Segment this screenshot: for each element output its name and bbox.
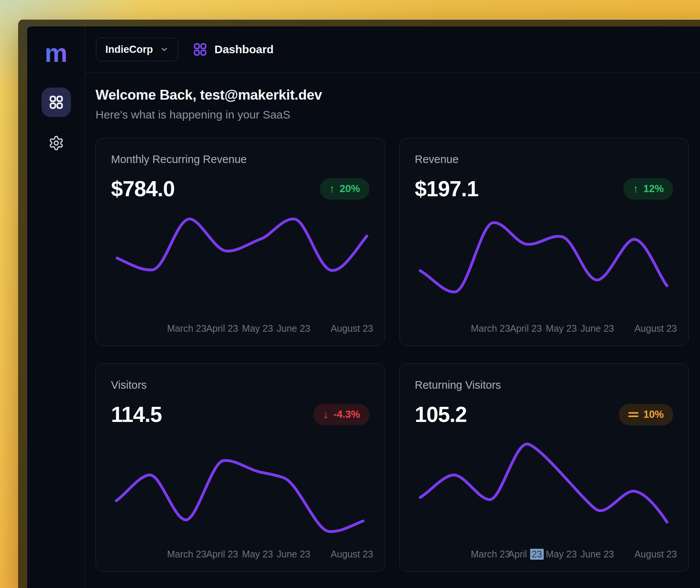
team-name: IndieCorp [105,44,153,55]
desktop: { "sidebar": { "logo_text": "m", "items"… [0,0,700,588]
x-tick: March 23 [167,549,206,560]
card-title: Revenue [415,153,674,166]
trend-badge: 10% [619,404,673,425]
value-row: $197.1 ↑ 12% [415,176,674,201]
badge-label: 10% [643,409,664,420]
card-title: Returning Visitors [415,379,674,391]
value-row: 114.5 ↓ -4.3% [111,402,370,427]
main-area: IndieCorp Dashboard Welcome Bac [85,26,700,588]
app-root: m [27,26,700,588]
x-axis-labels: March 23 April 23 May 23 June 23 August … [111,323,370,336]
arrow-up-icon: ↑ [329,183,335,194]
x-tick: May 23 [546,549,577,560]
sidebar-item-settings[interactable] [42,128,71,158]
badge-label: 12% [643,183,664,195]
x-axis-labels: March 23 April 23 May 23 June 23 August … [415,323,674,336]
arrow-up-icon: ↑ [633,183,638,194]
selected-text: 23 [530,549,544,560]
chart-line [117,219,367,270]
x-tick: March 23 [471,549,510,560]
topbar: IndieCorp Dashboard [85,26,700,73]
page-title: Dashboard [214,43,274,56]
x-tick: June 23 [580,549,614,560]
dashboard-content: Welcome Back, test@makerkit.dev Here's w… [85,73,700,572]
x-tick: August 23 [634,549,677,560]
x-tick: April 23 [206,323,238,334]
x-tick: May 23 [546,323,577,334]
app-window: m [18,19,700,588]
line-chart: March 23 April 23 May 23 June 23 August … [111,437,370,562]
metric-card-returning-visitors: Returning Visitors 105.2 10% [399,363,689,572]
line-chart: March 23 April 23 May 23 June 23 August … [111,211,370,336]
x-tick: April 23 [510,323,542,334]
card-value: 114.5 [111,402,162,427]
value-row: $784.0 ↑ 20% [111,176,370,201]
x-axis-labels: March 23 April 23 May 23 June 23 August … [111,549,370,562]
chart-line [420,223,667,292]
card-value: $784.0 [111,176,174,201]
x-tick: August 23 [331,549,373,560]
line-chart: March 23 April 23 May 23 June 23 August … [415,211,674,336]
card-value: 105.2 [415,402,467,427]
metric-card-visitors: Visitors 114.5 ↓ -4.3% [96,363,385,572]
chart-canvas [415,211,674,318]
arrow-down-icon: ↓ [323,409,328,420]
x-tick-april: April 23 [508,549,544,560]
card-title: Monthly Recurring Revenue [111,153,370,166]
x-axis-labels: March 23 April 23 May 23 June 23 August … [415,549,674,562]
x-tick: May 23 [242,549,273,560]
line-chart: March 23 April 23 May 23 June 23 August … [415,437,674,562]
grid-icon [48,94,64,110]
equals-icon [628,411,638,418]
x-tick: March 23 [167,323,206,334]
sidebar-nav [42,88,71,158]
sidebar: m [27,26,85,588]
x-tick: April 23 [206,549,238,560]
x-tick: March 23 [471,323,510,334]
chevron-down-icon [160,45,169,54]
team-switcher-button[interactable]: IndieCorp [96,38,178,61]
gear-icon [48,135,64,151]
card-title: Visitors [111,379,370,391]
trend-badge: ↑ 20% [320,178,370,200]
x-tick-text: April [508,549,527,560]
chart-line [420,444,667,522]
chart-canvas [415,437,674,543]
x-tick: August 23 [331,323,373,334]
x-tick: June 23 [277,323,310,334]
badge-label: 20% [339,183,360,195]
welcome-subheading: Here's what is happening in your SaaS [96,108,689,121]
x-tick: May 23 [242,323,273,334]
chart-canvas [111,211,370,318]
x-tick: August 23 [634,323,677,334]
card-value: $197.1 [415,176,478,201]
x-tick: June 23 [277,549,310,560]
metric-card-mrr: Monthly Recurring Revenue $784.0 ↑ 20% [96,138,385,346]
value-row: 105.2 10% [415,402,674,427]
x-tick: June 23 [580,323,614,334]
chart-canvas [111,437,370,543]
sidebar-item-dashboard[interactable] [42,88,71,117]
badge-label: -4.3% [333,409,360,420]
welcome-heading: Welcome Back, test@makerkit.dev [96,87,689,103]
chart-line [116,460,363,531]
trend-badge: ↑ 12% [623,178,673,200]
grid-icon [193,42,208,57]
makerkit-logo[interactable]: m [45,40,67,66]
trend-badge: ↓ -4.3% [313,404,369,425]
page-heading: Dashboard [193,42,274,57]
metric-card-revenue: Revenue $197.1 ↑ 12% [399,138,689,346]
metrics-grid: Monthly Recurring Revenue $784.0 ↑ 20% [96,138,689,572]
